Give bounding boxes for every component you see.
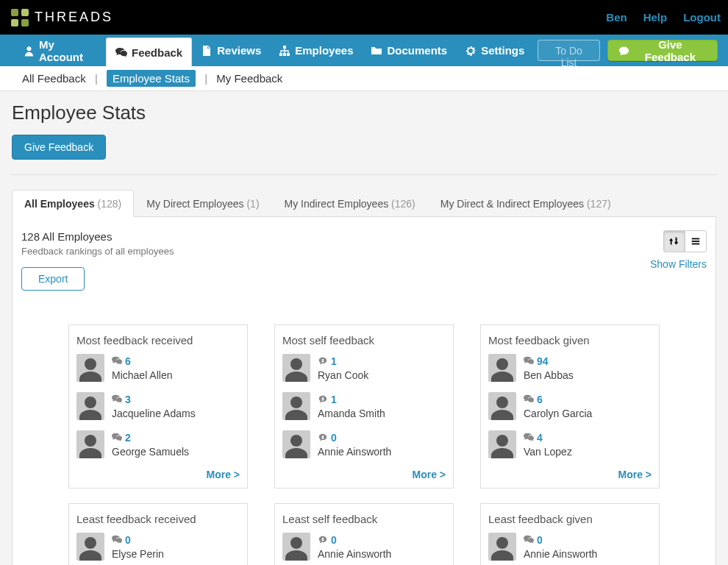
user-link[interactable]: Ben (606, 11, 627, 24)
employee-filter-tabs: All Employees (128) My Direct Employees … (12, 190, 716, 217)
avatar (488, 430, 516, 458)
nav-employees[interactable]: Employees (270, 35, 362, 66)
nav-label: Employees (295, 44, 353, 57)
topbar: THREADS Ben Help Logout (0, 0, 728, 35)
tab-direct-employees[interactable]: My Direct Employees (1) (134, 190, 271, 217)
nav-my-account[interactable]: My Account (15, 35, 106, 66)
stats-panel: 128 All Employees Feedback rankings of a… (12, 217, 716, 565)
todo-button[interactable]: To Do List (538, 40, 599, 61)
logo-icon (11, 9, 29, 26)
avatar (76, 354, 104, 382)
nav-label: Documents (387, 44, 447, 57)
comments-icon (112, 535, 122, 545)
logo[interactable]: THREADS (11, 9, 113, 26)
comment-icon (618, 45, 629, 57)
list-item[interactable]: 6 Carolyn Garcia (488, 392, 652, 420)
list-item[interactable]: 1 Amanda Smith (282, 392, 446, 420)
person-name: Elyse Perin (112, 548, 164, 560)
panel-subtitle: Feedback rankings of all employees (21, 246, 174, 257)
person-name: Michael Allen (112, 369, 173, 381)
page-body: Employee Stats Give Feedback All Employe… (0, 91, 728, 565)
avatar (76, 430, 104, 458)
card-title: Least feedback received (76, 513, 240, 525)
give-feedback-button[interactable]: Give Feedback (607, 40, 718, 61)
feedback-count: 94 (537, 355, 549, 367)
subnav-employee-stats[interactable]: Employee Stats (107, 70, 196, 87)
self-feedback-icon (318, 535, 328, 545)
card-title: Least self feedback (282, 513, 446, 525)
subnav-my-feedback[interactable]: My Feedback (216, 72, 282, 85)
more-link[interactable]: More > (412, 469, 446, 480)
more-link[interactable]: More > (618, 469, 652, 480)
brand-text: THREADS (35, 10, 113, 25)
feedback-count: 1 (331, 394, 337, 405)
avatar (76, 533, 104, 561)
tab-all-employees[interactable]: All Employees (128) (12, 190, 134, 217)
nav-label: My Account (39, 38, 97, 63)
feedback-count: 6 (537, 394, 543, 405)
list-item[interactable]: 0 Annie Ainsworth (282, 533, 446, 561)
list-item[interactable]: 3 Jacqueline Adams (76, 392, 240, 420)
tab-indirect-employees[interactable]: My Indirect Employees (126) (272, 190, 428, 217)
avatar (282, 354, 310, 382)
avatar (488, 533, 516, 561)
divider (12, 174, 716, 175)
tab-count: (128) (98, 198, 122, 210)
nav-settings[interactable]: Settings (456, 35, 533, 66)
nav-documents[interactable]: Documents (362, 35, 456, 66)
feedback-count: 3 (125, 394, 131, 405)
list-item[interactable]: 0 Elyse Perin (76, 533, 240, 561)
avatar (282, 533, 310, 561)
list-item[interactable]: 6 Michael Allen (76, 354, 240, 382)
list-item[interactable]: 1 Ryan Cook (282, 354, 446, 382)
main-nav: My Account Feedback Reviews Employees Do… (0, 35, 728, 66)
export-button[interactable]: Export (21, 267, 85, 291)
nav-label: Reviews (217, 44, 261, 57)
avatar (76, 392, 104, 420)
list-item[interactable]: 2 George Samuels (76, 430, 240, 458)
help-link[interactable]: Help (643, 11, 668, 24)
view-card-button[interactable] (663, 230, 685, 252)
sitemap-icon (279, 45, 290, 57)
show-filters-link[interactable]: Show Filters (650, 258, 707, 270)
avatar (282, 430, 310, 458)
tab-label: All Employees (24, 198, 95, 210)
person-name: Ryan Cook (318, 369, 368, 381)
card-most-self: Most self feedback 1 Ryan Cook 1 Amanda … (274, 324, 454, 488)
gear-icon (465, 45, 477, 57)
tab-count: (126) (391, 198, 415, 210)
give-feedback-page-button[interactable]: Give Feedback (12, 135, 106, 160)
feedback-subnav: All Feedback | Employee Stats | My Feedb… (0, 66, 728, 91)
nav-feedback[interactable]: Feedback (106, 38, 192, 67)
list-item[interactable]: 94 Ben Abbas (488, 354, 652, 382)
card-least-given: Least feedback given 0 Annie Ainsworth (480, 503, 660, 565)
list-item[interactable]: 0 Annie Ainsworth (488, 533, 652, 561)
self-feedback-icon (318, 356, 328, 366)
view-toggle (663, 230, 707, 252)
card-title: Most feedback received (76, 334, 240, 347)
person-name: Van Lopez (524, 446, 572, 458)
tab-direct-indirect-employees[interactable]: My Direct & Indirect Employees (127) (428, 190, 624, 217)
list-item[interactable]: 4 Van Lopez (488, 430, 652, 458)
stats-cards-row-2: Least feedback received 0 Elyse Perin Le… (21, 503, 707, 565)
card-least-received: Least feedback received 0 Elyse Perin (68, 503, 248, 565)
card-most-received: Most feedback received 6 Michael Allen 3… (68, 324, 248, 488)
feedback-count: 4 (537, 432, 543, 444)
subnav-all-feedback[interactable]: All Feedback (22, 72, 86, 85)
view-list-button[interactable] (685, 230, 707, 252)
card-title: Most self feedback (282, 334, 446, 347)
person-name: Amanda Smith (318, 408, 385, 419)
nav-label: Settings (481, 44, 524, 57)
comments-icon (524, 356, 534, 366)
list-item[interactable]: 0 Annie Ainsworth (282, 430, 446, 458)
logout-link[interactable]: Logout (683, 11, 721, 24)
feedback-count: 0 (125, 534, 131, 546)
feedback-count: 0 (331, 534, 337, 546)
folder-icon (371, 45, 382, 57)
page-title: Employee Stats (12, 102, 716, 124)
more-link[interactable]: More > (206, 469, 240, 480)
person-name: Carolyn Garcia (524, 408, 592, 419)
person-name: Annie Ainsworth (318, 446, 391, 458)
nav-reviews[interactable]: Reviews (192, 35, 270, 66)
person-name: Annie Ainsworth (318, 548, 391, 560)
